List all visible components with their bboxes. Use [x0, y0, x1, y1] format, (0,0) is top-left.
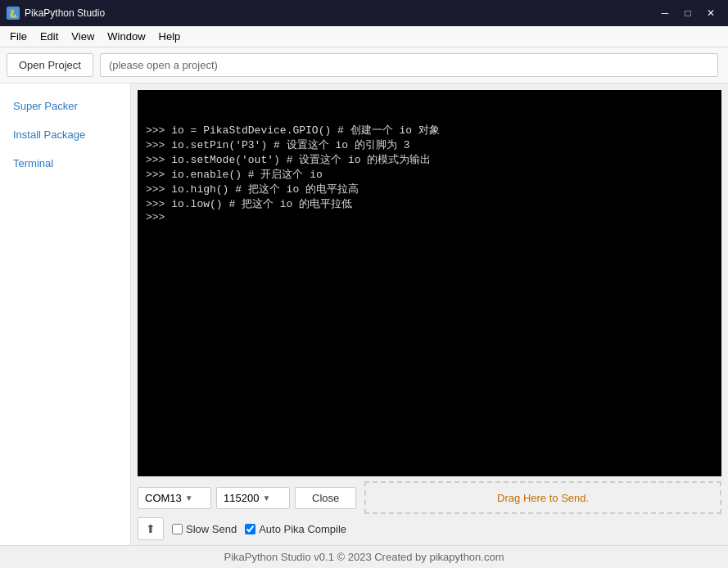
sidebar: Super Packer Install Package Terminal	[0, 83, 131, 545]
close-window-button[interactable]: ✕	[700, 5, 721, 21]
open-project-button[interactable]: Open Project	[7, 53, 93, 77]
connection-row: COM13 ▼ 115200 ▼ Close Drag Here to Send…	[138, 481, 721, 514]
footer-text: PikaPython Studio v0.1 © 2023 Created by…	[224, 551, 504, 563]
auto-compile-label[interactable]: Auto Pika Compile	[245, 523, 346, 535]
menu-view[interactable]: View	[65, 28, 101, 45]
baud-rate-arrow-icon: ▼	[262, 494, 270, 503]
maximize-button[interactable]: □	[677, 5, 699, 21]
right-panel: >>> io = PikaStdDevice.GPIO() # 创建一个 io …	[131, 83, 728, 545]
sidebar-item-super-packer[interactable]: Super Packer	[0, 92, 130, 120]
menu-help[interactable]: Help	[152, 28, 188, 45]
terminal-container: >>> io = PikaStdDevice.GPIO() # 创建一个 io …	[138, 90, 721, 476]
com-port-select[interactable]: COM13 ▼	[138, 487, 211, 509]
terminal-line: >>> io.high() # 把这个 io 的电平拉高	[146, 182, 713, 196]
auto-compile-checkbox[interactable]	[245, 524, 255, 534]
toolbar: Open Project (please open a project)	[0, 47, 728, 83]
app-title: PikaPython Studio	[25, 7, 105, 19]
menu-edit[interactable]: Edit	[34, 28, 65, 45]
footer: PikaPython Studio v0.1 © 2023 Created by…	[0, 545, 728, 568]
terminal-line: >>> io.enable() # 开启这个 io	[146, 167, 713, 182]
terminal-line: >>>	[146, 211, 713, 223]
send-icon-button[interactable]: ⬆	[138, 517, 164, 540]
app-icon: 🐍	[7, 7, 20, 20]
slow-send-checkbox[interactable]	[172, 524, 183, 534]
options-row: ⬆ Slow Send Auto Pika Compile	[138, 517, 721, 540]
title-bar-left: 🐍 PikaPython Studio	[7, 7, 105, 20]
menu-bar: File Edit View Window Help	[0, 26, 728, 47]
terminal-output[interactable]: >>> io = PikaStdDevice.GPIO() # 创建一个 io …	[138, 90, 721, 476]
menu-window[interactable]: Window	[101, 28, 151, 45]
terminal-line: >>> io = PikaStdDevice.GPIO() # 创建一个 io …	[146, 123, 713, 137]
main-content: Super Packer Install Package Terminal >>…	[0, 83, 728, 545]
terminal-line: >>> io.setPin('P3') # 设置这个 io 的引脚为 3	[146, 137, 713, 152]
window-controls: ─ □ ✕	[654, 5, 721, 21]
sidebar-item-terminal[interactable]: Terminal	[0, 149, 130, 178]
slow-send-label[interactable]: Slow Send	[172, 523, 237, 535]
send-icon: ⬆	[146, 522, 156, 535]
sidebar-item-install-package[interactable]: Install Package	[0, 120, 130, 149]
terminal-line: >>> io.setMode('out') # 设置这个 io 的模式为输出	[146, 152, 713, 167]
bottom-controls: COM13 ▼ 115200 ▼ Close Drag Here to Send…	[131, 476, 728, 545]
menu-file[interactable]: File	[3, 28, 34, 45]
minimize-button[interactable]: ─	[654, 5, 676, 21]
drag-send-area[interactable]: Drag Here to Send.	[364, 481, 721, 514]
close-connection-button[interactable]: Close	[295, 487, 356, 509]
baud-rate-select[interactable]: 115200 ▼	[216, 487, 290, 509]
title-bar: 🐍 PikaPython Studio ─ □ ✕	[0, 0, 728, 26]
com-port-arrow-icon: ▼	[185, 494, 193, 503]
project-path-display: (please open a project)	[100, 53, 718, 77]
terminal-line: >>> io.low() # 把这个 io 的电平拉低	[146, 196, 713, 211]
